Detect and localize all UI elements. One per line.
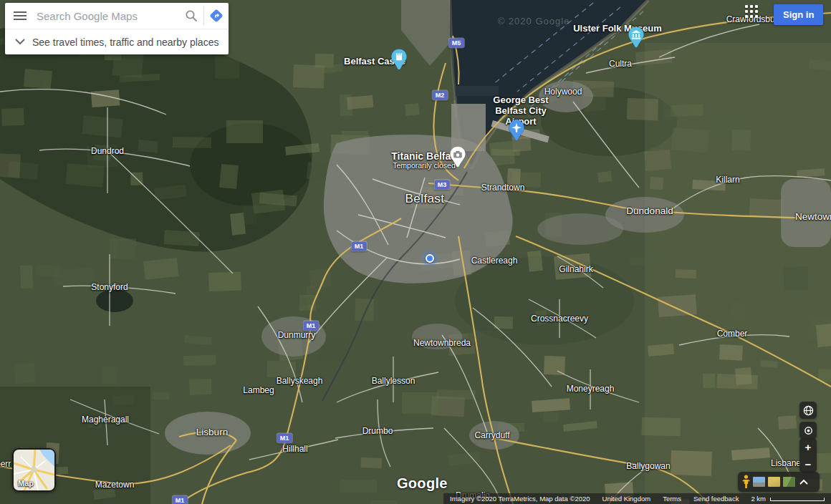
imagery-bar <box>738 472 820 492</box>
satellite-imagery[interactable] <box>0 0 831 504</box>
map-label-killarn[interactable]: Killarn <box>716 175 739 185</box>
map-label-dundonald[interactable]: Dundonald <box>626 205 673 216</box>
map-mode-toggle[interactable]: Map <box>12 448 56 492</box>
google-logo[interactable]: Google <box>397 475 448 492</box>
scale-label: 2 km <box>751 495 766 503</box>
map-canvas[interactable]: Ulster Folk MuseumCrawfordsburnCultraBel… <box>0 0 831 504</box>
directions-icon[interactable] <box>204 3 229 29</box>
map-label-carryduff[interactable]: Carryduff <box>474 430 509 440</box>
send-feedback-link[interactable]: Send feedback <box>693 495 739 503</box>
imagery-credit: Imagery ©2020 TerraMetrics, Map data ©20… <box>450 495 590 503</box>
my-location-button[interactable] <box>799 422 817 439</box>
map-label-moneyreagh[interactable]: Moneyreagh <box>567 384 615 394</box>
zoom-control: + − <box>799 438 817 472</box>
map-label-newtownbreda[interactable]: Newtownbreda <box>413 338 471 348</box>
map-label-holywood[interactable]: Holywood <box>544 87 582 97</box>
imagery-thumbnail-1[interactable] <box>768 477 780 487</box>
map-label-magheragall[interactable]: Magheragall <box>82 415 129 425</box>
map-label-lisbane[interactable]: Lisbane <box>771 458 801 468</box>
motorway-shield-m1: M1 <box>277 434 292 443</box>
map-label-dundrod[interactable]: Dundrod <box>91 146 124 156</box>
map-label-ballylesson[interactable]: Ballylesson <box>372 376 416 386</box>
streetview-thumbnail[interactable] <box>753 477 765 487</box>
motorway-shield-m1: M1 <box>352 242 367 251</box>
map-label-hillhall[interactable]: Hillhall <box>282 444 307 454</box>
museum-pin[interactable] <box>628 26 645 52</box>
motorway-shield-m1: M1 <box>173 496 188 504</box>
map-label-lisburn[interactable]: Lisburn <box>196 427 228 437</box>
motorway-shield-m1: M1 <box>304 321 319 331</box>
region-label: United Kingdom <box>602 495 651 503</box>
camera-pin[interactable] <box>449 146 466 171</box>
map-label-strandtown[interactable]: Strandtown <box>481 183 525 193</box>
map-label-ulster-folk-museum[interactable]: Ulster Folk Museum <box>573 23 662 34</box>
zoom-out-button[interactable]: − <box>799 455 817 472</box>
map-label-ballygowan[interactable]: Ballygowan <box>626 461 670 471</box>
zoom-in-button[interactable]: + <box>799 438 817 455</box>
google-apps-icon[interactable] <box>745 5 761 21</box>
chevron-down-icon <box>8 39 32 45</box>
search-input[interactable] <box>32 10 179 22</box>
map-label-belfast[interactable]: Belfast <box>405 192 445 206</box>
map-label-newtowna[interactable]: Newtowna <box>795 211 831 222</box>
search-panel: See travel times, traffic and nearby pla… <box>5 3 229 54</box>
terms-link[interactable]: Terms <box>663 495 681 503</box>
motorway-shield-m2: M2 <box>433 91 448 100</box>
map-label-stonyford[interactable]: Stonyford <box>91 282 128 292</box>
map-label-dunmurry[interactable]: Dunmurry <box>278 330 316 340</box>
pegman-icon[interactable] <box>742 475 750 489</box>
scale-control[interactable]: 2 km <box>751 495 825 503</box>
map-label-drumbo[interactable]: Drumbo <box>362 426 393 436</box>
sign-in-button[interactable]: Sign in <box>774 4 823 25</box>
minimap-label: Map <box>18 479 34 488</box>
collapse-chevron-icon[interactable] <box>799 479 808 485</box>
map-label-mazetown[interactable]: Mazetown <box>95 480 135 490</box>
map-label-crossnacreevy[interactable]: Crossnacreevy <box>531 314 588 324</box>
imagery-thumbnail-2[interactable] <box>783 477 795 487</box>
motorway-shield-m5: M5 <box>449 39 464 48</box>
travel-times-row[interactable]: See travel times, traffic and nearby pla… <box>5 29 229 54</box>
travel-times-label: See travel times, traffic and nearby pla… <box>32 37 218 48</box>
motorway-shield-m3: M3 <box>435 180 450 190</box>
attribution-bar: Imagery ©2020 TerraMetrics, Map data ©20… <box>443 493 831 504</box>
airplane-pin[interactable] <box>508 120 525 145</box>
map-label-cultra[interactable]: Cultra <box>609 59 632 69</box>
map-label-castlereagh[interactable]: Castlereagh <box>471 256 518 266</box>
current-location-dot[interactable] <box>422 251 438 266</box>
castle-pin[interactable] <box>390 49 408 74</box>
imagery-watermark: © 2020 Google <box>498 16 570 26</box>
map-label-comber[interactable]: Comber <box>717 329 748 339</box>
map-label-lambeg[interactable]: Lambeg <box>243 385 274 395</box>
menu-icon[interactable] <box>8 3 32 29</box>
search-icon[interactable] <box>179 3 203 29</box>
scale-bar <box>770 498 825 501</box>
globe-view-button[interactable] <box>799 402 817 419</box>
map-label-ballyskeagh[interactable]: Ballyskeagh <box>277 376 323 386</box>
map-label-gilnahirk[interactable]: Gilnahirk <box>559 264 592 274</box>
map-label-berr[interactable]: berr <box>0 459 11 469</box>
map-label-temporarily-closed[interactable]: Temporarily closed <box>393 161 456 170</box>
